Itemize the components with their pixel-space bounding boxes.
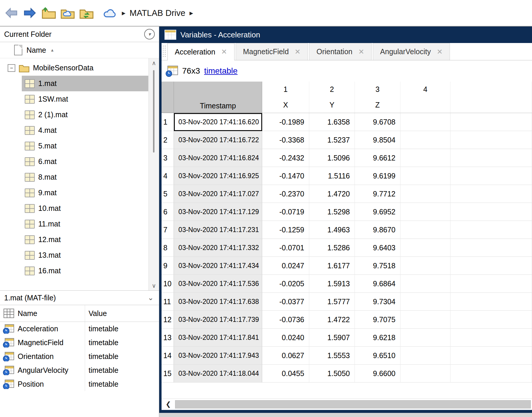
row-number[interactable]: 13 [162,329,174,347]
y-cell[interactable]: 1.6358 [309,113,355,131]
timestamp-cell[interactable]: 03-Nov-2020 17:41:17.231 [174,221,262,239]
empty-cell[interactable] [450,239,532,257]
column-number-4[interactable]: 4 [400,82,450,97]
y-cell[interactable]: 1.5298 [309,203,355,221]
y-cell[interactable]: 1.5237 [309,131,355,149]
row-number[interactable]: 4 [162,167,174,185]
file-tree-scrollbar[interactable]: ∧ ∨ [149,58,159,290]
empty-cell[interactable] [400,257,450,275]
z-cell[interactable]: 9.7304 [355,293,400,311]
variable-row-magneticfield[interactable]: MagneticFieldtimetable [0,336,159,350]
scrollbar-thumb[interactable] [153,70,154,153]
timetable-link[interactable]: timetable [204,66,238,76]
empty-cell[interactable] [450,275,532,293]
y-cell[interactable]: 1.5286 [309,239,355,257]
empty-cell[interactable] [450,113,532,131]
z-cell[interactable]: 9.6600 [355,365,400,383]
row-number[interactable]: 7 [162,221,174,239]
file-item-8-mat[interactable]: 8.mat [0,169,148,185]
empty-cell[interactable] [450,221,532,239]
up-one-level-button[interactable] [41,5,57,21]
z-cell[interactable]: 9.7712 [355,185,400,203]
row-number[interactable]: 11 [162,293,174,311]
row-number[interactable]: 14 [162,347,174,365]
grid-horizontal-scrollbar[interactable]: ❮ [162,398,532,410]
x-cell[interactable]: 0.0455 [262,365,309,383]
cloud-folder-button[interactable] [59,5,76,21]
timestamp-column-header[interactable]: Timestamp [174,82,262,113]
timestamp-cell[interactable]: 03-Nov-2020 17:41:17.129 [174,203,262,221]
file-details-header[interactable]: 1.mat (MAT-file) ⌄ [0,290,159,305]
timestamp-cell[interactable]: 03-Nov-2020 17:41:17.739 [174,311,262,329]
breadcrumb-arrow-icon[interactable]: ▶ [189,10,193,16]
grid-corner[interactable] [162,82,174,113]
empty-cell[interactable] [400,203,450,221]
timestamp-cell[interactable]: 03-Nov-2020 17:41:16.824 [174,149,262,167]
x-cell[interactable]: 0.0247 [262,257,309,275]
z-cell[interactable]: 9.6864 [355,275,400,293]
tab-orientation[interactable]: Orientation✕ [309,43,371,60]
row-number[interactable]: 1 [162,113,174,131]
empty-cell[interactable] [450,185,532,203]
empty-cell[interactable] [450,203,532,221]
file-item-10-mat[interactable]: 10.mat [0,201,148,216]
chevron-down-icon[interactable]: ⌄ [148,296,154,299]
collapse-icon[interactable]: − [8,64,15,72]
z-cell[interactable]: 9.6510 [355,347,400,365]
empty-cell[interactable] [450,257,532,275]
empty-cell[interactable] [450,149,532,167]
sync-folder-button[interactable] [78,5,95,21]
empty-cell[interactable] [400,185,450,203]
timestamp-cell[interactable]: 03-Nov-2020 17:41:17.332 [174,239,262,257]
column-number-2[interactable]: 2 [309,82,355,97]
variable-row-position[interactable]: Positiontimetable [0,377,159,391]
z-cell[interactable]: 9.8670 [355,221,400,239]
scroll-down-button[interactable]: ∨ [149,282,159,289]
row-number[interactable]: 10 [162,275,174,293]
timestamp-cell[interactable]: 03-Nov-2020 17:41:17.027 [174,185,262,203]
x-cell[interactable]: -0.0719 [262,203,309,221]
close-icon[interactable]: ✕ [295,48,300,55]
z-cell[interactable]: 9.6218 [355,329,400,347]
z-cell[interactable]: 9.6952 [355,203,400,221]
z-cell[interactable]: 9.6708 [355,113,400,131]
empty-cell[interactable] [400,293,450,311]
tab-angularvelocity[interactable]: AngularVelocity✕ [373,43,450,60]
file-item-13-mat[interactable]: 13.mat [0,247,148,263]
column-number-1[interactable]: 1 [262,82,309,97]
y-cell[interactable]: 1.4963 [309,221,355,239]
z-cell[interactable]: 9.6199 [355,167,400,185]
drag-handle[interactable] [162,45,166,58]
close-icon[interactable]: ✕ [437,48,443,55]
file-item-6-mat[interactable]: 6.mat [0,154,148,169]
column-label-z[interactable]: Z [355,97,400,113]
matlab-drive-cloud-icon[interactable] [102,8,118,18]
z-cell[interactable]: 9.7518 [355,257,400,275]
empty-cell[interactable] [450,293,532,311]
empty-cell[interactable] [400,239,450,257]
timestamp-cell[interactable]: 03-Nov-2020 17:41:16.925 [174,167,262,185]
row-number[interactable]: 2 [162,131,174,149]
z-cell[interactable]: 9.6612 [355,149,400,167]
file-item-1sw-mat[interactable]: 1SW.mat [0,91,148,107]
x-cell[interactable]: 0.0240 [262,329,309,347]
y-cell[interactable]: 1.5777 [309,293,355,311]
timestamp-cell[interactable]: 03-Nov-2020 17:41:18.044 [174,365,262,383]
scroll-left-button[interactable]: ❮ [162,401,175,408]
panel-menu-button[interactable]: ▾ [144,29,155,39]
empty-cell[interactable] [400,329,450,347]
breadcrumb-item-matlab-drive[interactable]: MATLAB Drive [129,8,185,18]
tab-magneticfield[interactable]: MagneticField✕ [236,43,308,60]
row-number[interactable]: 9 [162,257,174,275]
timestamp-cell[interactable]: 03-Nov-2020 17:41:17.638 [174,293,262,311]
empty-cell[interactable] [450,167,532,185]
row-number[interactable]: 8 [162,239,174,257]
x-cell[interactable]: -0.0377 [262,293,309,311]
x-cell[interactable]: -0.2432 [262,149,309,167]
empty-cell[interactable] [450,347,532,365]
column-label-x[interactable]: X [262,97,309,113]
close-icon[interactable]: ✕ [358,48,364,55]
timestamp-cell[interactable]: 03-Nov-2020 17:41:17.434 [174,257,262,275]
variables-titlebar[interactable]: Variables - Acceleration [162,27,532,43]
timestamp-cell[interactable]: 03-Nov-2020 17:41:17.943 [174,347,262,365]
